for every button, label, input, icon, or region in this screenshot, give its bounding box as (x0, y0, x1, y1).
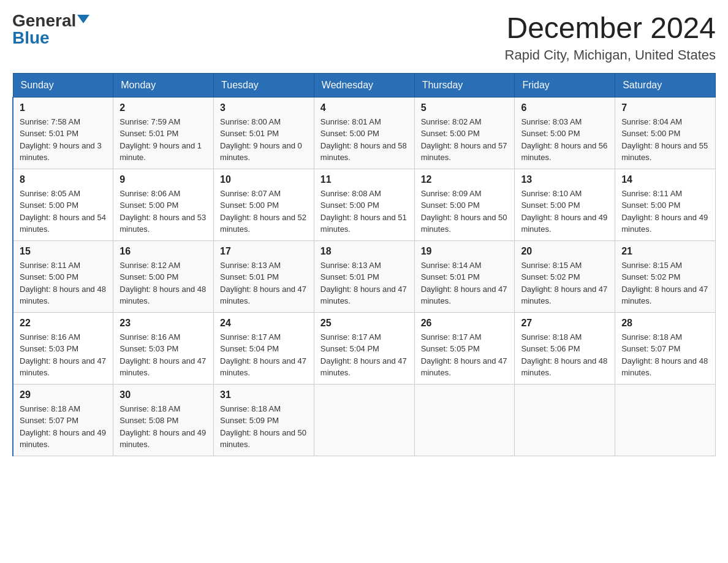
calendar-day-header-sunday: Sunday (13, 73, 113, 97)
day-info: Sunrise: 8:11 AMSunset: 5:00 PMDaylight:… (20, 259, 107, 307)
day-number: 12 (421, 174, 509, 185)
calendar-cell (314, 384, 414, 456)
calendar-cell: 28Sunrise: 8:18 AMSunset: 5:07 PMDayligh… (615, 312, 716, 384)
day-info: Sunrise: 8:06 AMSunset: 5:00 PMDaylight:… (119, 188, 207, 236)
calendar-table: SundayMondayTuesdayWednesdayThursdayFrid… (12, 73, 716, 456)
day-number: 27 (521, 318, 609, 329)
day-info: Sunrise: 8:12 AMSunset: 5:00 PMDaylight:… (119, 259, 207, 307)
calendar-cell: 14Sunrise: 8:11 AMSunset: 5:00 PMDayligh… (615, 169, 716, 240)
calendar-cell: 24Sunrise: 8:17 AMSunset: 5:04 PMDayligh… (214, 312, 314, 384)
day-number: 4 (320, 102, 408, 113)
calendar-cell: 29Sunrise: 8:18 AMSunset: 5:07 PMDayligh… (13, 384, 113, 456)
day-info: Sunrise: 8:15 AMSunset: 5:02 PMDaylight:… (621, 259, 709, 307)
calendar-cell: 18Sunrise: 8:13 AMSunset: 5:01 PMDayligh… (314, 240, 414, 312)
calendar-cell: 12Sunrise: 8:09 AMSunset: 5:00 PMDayligh… (414, 169, 515, 240)
calendar-cell: 17Sunrise: 8:13 AMSunset: 5:01 PMDayligh… (214, 240, 314, 312)
day-info: Sunrise: 8:18 AMSunset: 5:06 PMDaylight:… (521, 331, 609, 379)
day-info: Sunrise: 8:03 AMSunset: 5:00 PMDaylight:… (521, 116, 609, 164)
day-info: Sunrise: 8:18 AMSunset: 5:07 PMDaylight:… (20, 403, 107, 451)
title-section: December 2024 Rapid City, Michigan, Unit… (505, 12, 716, 63)
calendar-week-row: 22Sunrise: 8:16 AMSunset: 5:03 PMDayligh… (13, 312, 716, 384)
calendar-header-row: SundayMondayTuesdayWednesdayThursdayFrid… (13, 73, 716, 97)
day-info: Sunrise: 8:00 AMSunset: 5:01 PMDaylight:… (220, 116, 308, 164)
day-info: Sunrise: 8:16 AMSunset: 5:03 PMDaylight:… (20, 331, 107, 379)
logo-triangle-icon (77, 15, 89, 23)
logo-general: General (12, 12, 76, 29)
day-info: Sunrise: 8:05 AMSunset: 5:00 PMDaylight:… (20, 188, 107, 236)
day-info: Sunrise: 8:08 AMSunset: 5:00 PMDaylight:… (320, 188, 408, 236)
day-number: 25 (320, 318, 408, 329)
calendar-week-row: 29Sunrise: 8:18 AMSunset: 5:07 PMDayligh… (13, 384, 716, 456)
calendar-cell: 9Sunrise: 8:06 AMSunset: 5:00 PMDaylight… (113, 169, 214, 240)
calendar-day-header-saturday: Saturday (615, 73, 716, 97)
day-number: 6 (521, 102, 609, 113)
day-number: 3 (220, 102, 308, 113)
calendar-day-header-thursday: Thursday (414, 73, 515, 97)
day-number: 21 (621, 246, 709, 257)
day-number: 7 (621, 102, 709, 113)
calendar-cell: 10Sunrise: 8:07 AMSunset: 5:00 PMDayligh… (214, 169, 314, 240)
day-info: Sunrise: 8:09 AMSunset: 5:00 PMDaylight:… (421, 188, 509, 236)
calendar-cell: 2Sunrise: 7:59 AMSunset: 5:01 PMDaylight… (113, 97, 214, 169)
calendar-cell: 21Sunrise: 8:15 AMSunset: 5:02 PMDayligh… (615, 240, 716, 312)
day-info: Sunrise: 8:04 AMSunset: 5:00 PMDaylight:… (621, 116, 709, 164)
day-number: 9 (119, 174, 207, 185)
day-number: 18 (320, 246, 408, 257)
day-number: 2 (119, 102, 207, 113)
day-info: Sunrise: 8:14 AMSunset: 5:01 PMDaylight:… (421, 259, 509, 307)
day-info: Sunrise: 8:10 AMSunset: 5:00 PMDaylight:… (521, 188, 609, 236)
day-number: 11 (320, 174, 408, 185)
day-info: Sunrise: 8:18 AMSunset: 5:07 PMDaylight:… (621, 331, 709, 379)
day-info: Sunrise: 8:17 AMSunset: 5:04 PMDaylight:… (320, 331, 408, 379)
calendar-cell: 6Sunrise: 8:03 AMSunset: 5:00 PMDaylight… (515, 97, 615, 169)
day-number: 16 (119, 246, 207, 257)
calendar-cell: 31Sunrise: 8:18 AMSunset: 5:09 PMDayligh… (214, 384, 314, 456)
day-number: 22 (20, 318, 107, 329)
calendar-cell: 7Sunrise: 8:04 AMSunset: 5:00 PMDaylight… (615, 97, 716, 169)
calendar-cell: 23Sunrise: 8:16 AMSunset: 5:03 PMDayligh… (113, 312, 214, 384)
day-info: Sunrise: 8:18 AMSunset: 5:09 PMDaylight:… (220, 403, 308, 451)
calendar-week-row: 8Sunrise: 8:05 AMSunset: 5:00 PMDaylight… (13, 169, 716, 240)
day-info: Sunrise: 8:07 AMSunset: 5:00 PMDaylight:… (220, 188, 308, 236)
day-number: 24 (220, 318, 308, 329)
page-header: General Blue December 2024 Rapid City, M… (12, 12, 716, 63)
calendar-week-row: 1Sunrise: 7:58 AMSunset: 5:01 PMDaylight… (13, 97, 716, 169)
calendar-cell: 22Sunrise: 8:16 AMSunset: 5:03 PMDayligh… (13, 312, 113, 384)
month-year-title: December 2024 (505, 12, 716, 45)
calendar-day-header-friday: Friday (515, 73, 615, 97)
calendar-cell: 13Sunrise: 8:10 AMSunset: 5:00 PMDayligh… (515, 169, 615, 240)
day-number: 14 (621, 174, 709, 185)
day-info: Sunrise: 8:17 AMSunset: 5:05 PMDaylight:… (421, 331, 509, 379)
location-subtitle: Rapid City, Michigan, United States (505, 47, 716, 63)
calendar-cell: 3Sunrise: 8:00 AMSunset: 5:01 PMDaylight… (214, 97, 314, 169)
calendar-cell: 19Sunrise: 8:14 AMSunset: 5:01 PMDayligh… (414, 240, 515, 312)
day-number: 31 (220, 389, 308, 400)
logo: General Blue (12, 12, 89, 47)
day-info: Sunrise: 8:13 AMSunset: 5:01 PMDaylight:… (320, 259, 408, 307)
logo-blue: Blue (12, 29, 50, 47)
calendar-week-row: 15Sunrise: 8:11 AMSunset: 5:00 PMDayligh… (13, 240, 716, 312)
day-info: Sunrise: 8:17 AMSunset: 5:04 PMDaylight:… (220, 331, 308, 379)
day-number: 23 (119, 318, 207, 329)
calendar-cell: 11Sunrise: 8:08 AMSunset: 5:00 PMDayligh… (314, 169, 414, 240)
day-number: 17 (220, 246, 308, 257)
calendar-cell: 20Sunrise: 8:15 AMSunset: 5:02 PMDayligh… (515, 240, 615, 312)
calendar-cell (615, 384, 716, 456)
day-number: 15 (20, 246, 107, 257)
day-number: 5 (421, 102, 509, 113)
calendar-cell: 1Sunrise: 7:58 AMSunset: 5:01 PMDaylight… (13, 97, 113, 169)
day-info: Sunrise: 8:01 AMSunset: 5:00 PMDaylight:… (320, 116, 408, 164)
calendar-cell: 8Sunrise: 8:05 AMSunset: 5:00 PMDaylight… (13, 169, 113, 240)
calendar-cell: 5Sunrise: 8:02 AMSunset: 5:00 PMDaylight… (414, 97, 515, 169)
day-info: Sunrise: 8:11 AMSunset: 5:00 PMDaylight:… (621, 188, 709, 236)
day-info: Sunrise: 8:16 AMSunset: 5:03 PMDaylight:… (119, 331, 207, 379)
day-number: 13 (521, 174, 609, 185)
calendar-day-header-wednesday: Wednesday (314, 73, 414, 97)
calendar-cell: 16Sunrise: 8:12 AMSunset: 5:00 PMDayligh… (113, 240, 214, 312)
calendar-cell: 30Sunrise: 8:18 AMSunset: 5:08 PMDayligh… (113, 384, 214, 456)
day-info: Sunrise: 8:13 AMSunset: 5:01 PMDaylight:… (220, 259, 308, 307)
calendar-day-header-monday: Monday (113, 73, 214, 97)
calendar-day-header-tuesday: Tuesday (214, 73, 314, 97)
calendar-cell: 4Sunrise: 8:01 AMSunset: 5:00 PMDaylight… (314, 97, 414, 169)
day-number: 28 (621, 318, 709, 329)
